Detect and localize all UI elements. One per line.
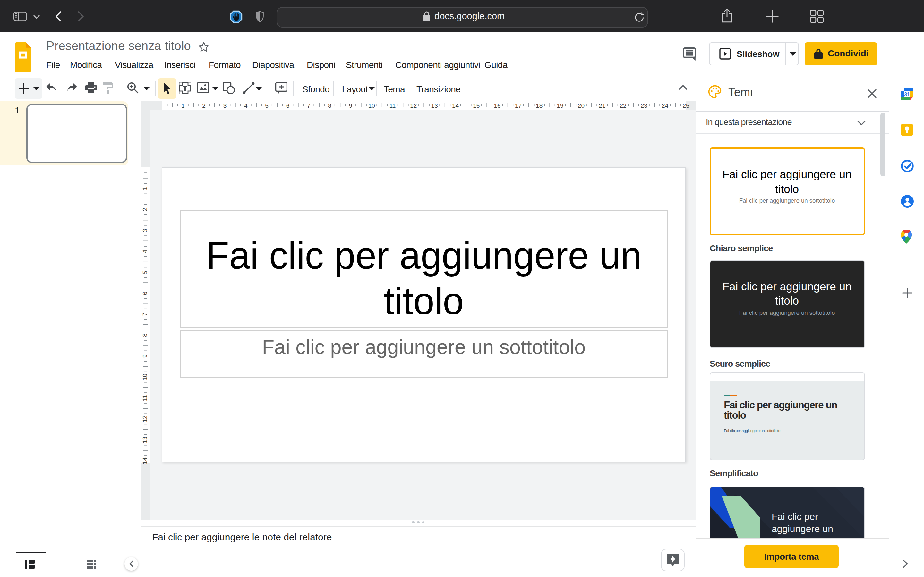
svg-text:5: 5 bbox=[265, 102, 268, 109]
svg-text:8: 8 bbox=[328, 102, 331, 109]
svg-text:13: 13 bbox=[142, 436, 148, 443]
svg-text:1: 1 bbox=[181, 102, 185, 109]
svg-text:10: 10 bbox=[142, 374, 148, 380]
svg-text:7: 7 bbox=[307, 102, 310, 109]
svg-text:3: 3 bbox=[223, 102, 227, 109]
svg-text:9: 9 bbox=[349, 102, 352, 109]
svg-text:31: 31 bbox=[904, 92, 910, 97]
svg-text:16: 16 bbox=[494, 102, 501, 109]
svg-text:6: 6 bbox=[286, 102, 290, 109]
svg-text:7: 7 bbox=[142, 312, 148, 316]
svg-text:10: 10 bbox=[368, 102, 375, 109]
svg-text:9: 9 bbox=[142, 354, 148, 358]
svg-text:19: 19 bbox=[557, 102, 564, 109]
svg-text:14: 14 bbox=[142, 457, 148, 464]
svg-text:11: 11 bbox=[142, 395, 148, 401]
svg-text:2: 2 bbox=[142, 207, 148, 211]
svg-text:6: 6 bbox=[142, 292, 148, 295]
svg-text:4: 4 bbox=[142, 250, 148, 253]
svg-text:20: 20 bbox=[578, 102, 585, 109]
svg-text:2: 2 bbox=[202, 102, 206, 109]
svg-text:17: 17 bbox=[515, 102, 522, 109]
svg-text:5: 5 bbox=[142, 270, 148, 274]
svg-text:18: 18 bbox=[536, 102, 543, 109]
svg-text:1: 1 bbox=[142, 187, 148, 190]
svg-text:12: 12 bbox=[410, 102, 417, 109]
svg-text:24: 24 bbox=[662, 102, 669, 109]
svg-text:15: 15 bbox=[473, 102, 480, 109]
svg-text:22: 22 bbox=[620, 102, 626, 109]
svg-text:14: 14 bbox=[452, 102, 459, 109]
svg-text:23: 23 bbox=[641, 102, 648, 109]
svg-text:4: 4 bbox=[244, 102, 248, 109]
svg-text:12: 12 bbox=[142, 415, 148, 422]
svg-text:3: 3 bbox=[142, 229, 148, 232]
svg-text:25: 25 bbox=[682, 102, 689, 109]
svg-text:13: 13 bbox=[431, 102, 438, 109]
svg-text:21: 21 bbox=[599, 102, 606, 109]
svg-text:8: 8 bbox=[142, 333, 148, 337]
svg-text:11: 11 bbox=[389, 102, 396, 109]
